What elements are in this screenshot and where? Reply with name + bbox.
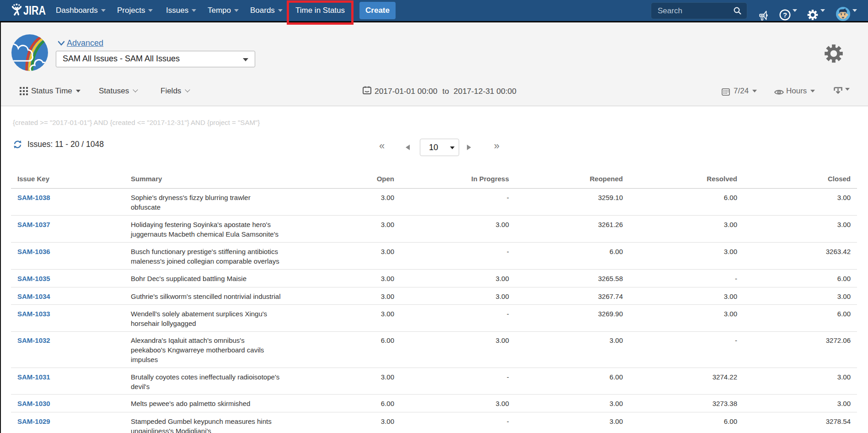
svg-text:?: ? xyxy=(783,11,787,19)
